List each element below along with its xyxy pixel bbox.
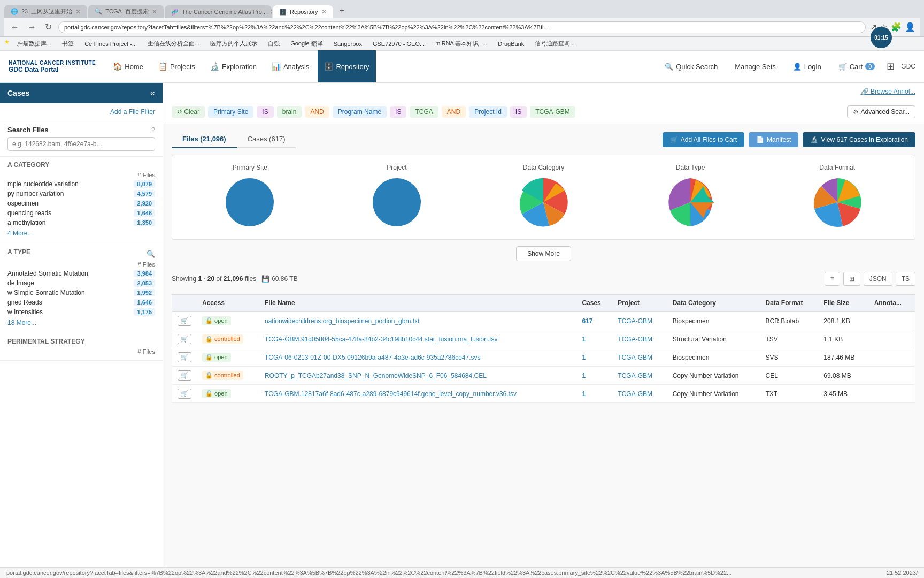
browse-annotations-link[interactable]: 🔗 Browse Annot... — [861, 88, 915, 95]
row-data-category-3: Copy Number Variation — [667, 367, 760, 385]
browser-tab-4[interactable]: 🗄️ Repository ✕ — [273, 5, 333, 18]
reload-button[interactable]: ↻ — [43, 21, 54, 33]
project-link-1[interactable]: TCGA-GBM — [618, 336, 652, 343]
bookmark-1[interactable]: 肿瘤数据库... — [14, 39, 55, 49]
row-cart-3: 🛒 — [172, 367, 197, 385]
tab-cases[interactable]: Cases (617) — [237, 131, 296, 148]
table-controls: ≡ ⊞ JSON TS — [825, 272, 915, 286]
row-data-category-0: Biospecimen — [667, 311, 760, 330]
cases-num-1[interactable]: 1 — [582, 336, 586, 343]
advanced-search-chip[interactable]: ⚙ Advanced Sear... — [847, 105, 915, 118]
cases-num-4[interactable]: 1 — [582, 390, 586, 398]
cart-add-button-1[interactable]: 🛒 — [178, 334, 191, 344]
project-link-0[interactable]: TCGA-GBM — [618, 317, 652, 325]
bookmark-2[interactable]: 书签 — [59, 39, 77, 49]
data-category-more[interactable]: 4 More... — [7, 227, 155, 239]
view-cases-label: View 617 Cases in Exploration — [821, 136, 908, 143]
data-type-section: a Type 🔍 # Files Annotated Somatic Mutat… — [0, 244, 163, 333]
project-link-4[interactable]: TCGA-GBM — [618, 390, 652, 398]
tab-close-1[interactable]: ✕ — [75, 8, 81, 16]
row-data-category-4: Copy Number Variation — [667, 385, 760, 403]
project-link-2[interactable]: TCGA-GBM — [618, 354, 652, 361]
project-link-3[interactable]: TCGA-GBM — [618, 372, 652, 379]
tab-close-3[interactable]: ✕ — [270, 8, 272, 16]
table-json-button[interactable]: JSON — [864, 272, 892, 286]
cases-num-0[interactable]: 617 — [582, 317, 592, 325]
add-all-files-to-cart-button[interactable]: 🛒 Add All Files to Cart — [663, 132, 744, 147]
search-files-input[interactable] — [7, 137, 155, 151]
table-grid-view-button[interactable]: ⊞ — [843, 272, 860, 286]
nav-link-analysis[interactable]: 📊 Analysis — [265, 50, 315, 82]
bookmark-3[interactable]: Cell lines Project -... — [81, 39, 140, 49]
data-category-row-0: mple nucleotide variation 8,079 — [7, 179, 155, 189]
tab-files[interactable]: Files (21,096) — [172, 131, 237, 148]
data-type-more[interactable]: 18 More... — [7, 317, 155, 329]
nav-link-home[interactable]: 🏠 Home — [106, 50, 150, 82]
cases-num-2[interactable]: 1 — [582, 354, 586, 361]
forward-button[interactable]: → — [26, 21, 38, 33]
row-cart-2: 🛒 — [172, 348, 197, 367]
tab-title-2: TCGA_百度搜索 — [105, 7, 149, 16]
file-link-2[interactable]: TCGA-06-0213-01Z-00-DX5.09126b9a-a487-4a… — [265, 354, 481, 361]
bookmark-8[interactable]: Sangerbox — [330, 39, 365, 49]
back-button[interactable]: ← — [9, 21, 21, 33]
nav-link-projects[interactable]: 📋 Projects — [152, 50, 202, 82]
quick-search-button[interactable]: 🔍 Quick Search — [659, 59, 723, 74]
add-file-filter-link[interactable]: Add a File Filter — [110, 108, 155, 116]
cart-button[interactable]: 🛒 Cart 0 — [833, 59, 881, 74]
sidebar-collapse-button[interactable]: « — [150, 88, 155, 98]
tab-close-4[interactable]: ✕ — [321, 8, 327, 16]
tab-title-4: Repository — [290, 9, 318, 15]
file-link-4[interactable]: TCGA-GBM.12817a6f-8ad6-487c-a289-6879c94… — [265, 390, 517, 398]
data-category-label-4: a methylation — [7, 219, 45, 226]
nav-link-repository-label: Repository — [336, 63, 369, 71]
browser-tab-1[interactable]: 🌐 23_上网从这里开始 ✕ — [4, 5, 87, 18]
browser-tab-2[interactable]: 🔍 TCGA_百度搜索 ✕ — [88, 5, 164, 18]
search-files-help-icon[interactable]: ? — [151, 126, 155, 134]
bookmark-10[interactable]: miRNA 基本知识 -... — [432, 39, 490, 49]
data-category-row-1: py number variation 4,579 — [7, 189, 155, 199]
cart-add-button-2[interactable]: 🛒 — [178, 352, 191, 362]
clear-filter-chip[interactable]: ↺ Clear — [172, 106, 205, 118]
cases-num-3[interactable]: 1 — [582, 372, 586, 379]
show-more-button[interactable]: Show More — [516, 246, 571, 261]
is-op-chip-1: IS — [257, 106, 273, 118]
new-tab-button[interactable]: + — [334, 3, 350, 18]
bookmark-5[interactable]: 医疗方的个人展示 — [207, 39, 260, 49]
bookmark-11[interactable]: DrugBank — [495, 39, 527, 49]
bookmark-6[interactable]: 自强 — [265, 39, 283, 49]
table-list-view-button[interactable]: ≡ — [825, 272, 840, 286]
browser-tab-3[interactable]: 🧬 The Cancer Genome Atlas Pro... ✕ — [165, 5, 272, 18]
nav-link-exploration[interactable]: 🔬 Exploration — [204, 50, 263, 82]
address-bar[interactable] — [58, 21, 866, 33]
row-access-4: 🔓 open — [197, 385, 259, 403]
data-type-search-icon[interactable]: 🔍 — [147, 250, 155, 258]
data-type-pie — [664, 176, 717, 229]
file-link-3[interactable]: ROOTY_p_TCGAb27and38_SNP_N_GenomeWideSNP… — [265, 372, 487, 379]
tab-close-2[interactable]: ✕ — [152, 8, 157, 16]
data-category-pie — [517, 176, 570, 229]
apps-icon[interactable]: ⊞ — [887, 60, 895, 72]
nav-link-repository[interactable]: 🗄️ Repository — [318, 50, 375, 82]
bookmark-9[interactable]: GSE72970 - GEO... — [369, 39, 428, 49]
view-cases-in-exploration-button[interactable]: 🔬 View 617 Cases in Exploration — [803, 132, 915, 147]
extensions-icon[interactable]: 🧩 — [891, 22, 902, 32]
manage-sets-button[interactable]: Manage Sets — [729, 59, 781, 74]
file-link-0[interactable]: nationwidechildrens.org_biospecimen_port… — [265, 317, 420, 325]
login-button[interactable]: 👤 Login — [788, 59, 827, 74]
manifest-button[interactable]: 📄 Manifest — [749, 132, 798, 147]
manifest-icon: 📄 — [756, 136, 764, 143]
browse-annotations-bar: 🔗 Browse Annot... — [163, 83, 924, 100]
file-link-1[interactable]: TCGA-GBM.91d05804-55ca-478a-84b2-34c198b… — [265, 336, 498, 343]
table-tsv-button[interactable]: TS — [896, 272, 915, 286]
quick-search-label: Quick Search — [676, 63, 718, 71]
bookmark-12[interactable]: 信号通路查询... — [532, 39, 578, 49]
chart-data-format: Data Format — [768, 164, 906, 231]
cart-add-button-3[interactable]: 🛒 — [178, 370, 191, 381]
bookmark-4[interactable]: 生信在线分析全面... — [144, 39, 203, 49]
cart-add-button-4[interactable]: 🛒 — [178, 389, 191, 399]
bookmark-7[interactable]: Google 翻译 — [287, 39, 326, 49]
profile-icon[interactable]: 👤 — [905, 22, 915, 32]
cart-add-button-0[interactable]: 🛒 — [178, 316, 191, 326]
row-cart-1: 🛒 — [172, 330, 197, 348]
